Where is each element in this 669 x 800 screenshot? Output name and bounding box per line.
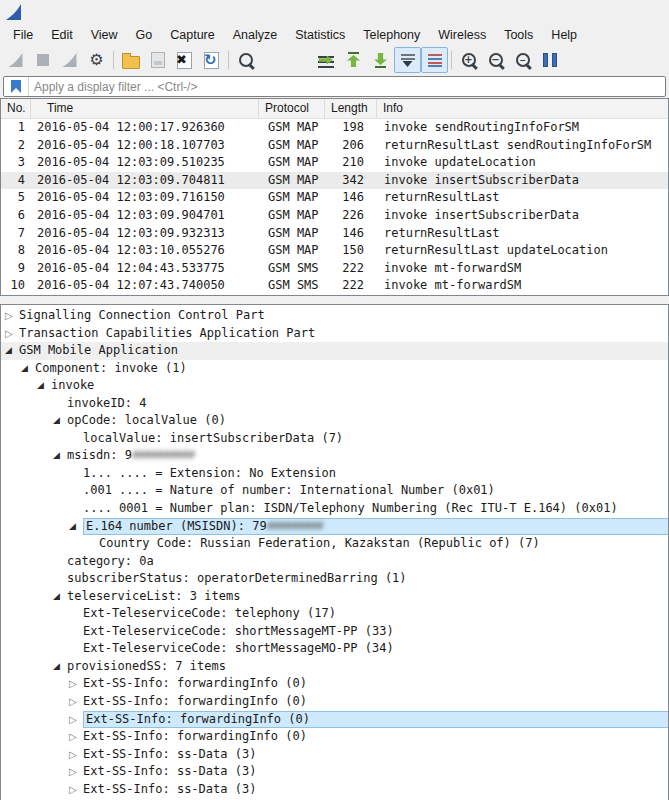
packet-row-8[interactable]: 82016-05-04 12:03:10.055276GSM MAP150ret… <box>1 242 668 260</box>
pane-splitter[interactable] <box>0 296 669 304</box>
packet-row-3[interactable]: 32016-05-04 12:03:09.510235GSM MAP210inv… <box>1 154 668 172</box>
menu-edit[interactable]: Edit <box>42 26 82 44</box>
resize-columns-button[interactable] <box>536 47 563 73</box>
packet-time: 2016-05-04 12:03:09.716150 <box>31 189 259 207</box>
menu-file[interactable]: File <box>4 26 42 44</box>
tree-row[interactable]: ▷Ext-SS-Info: ss-Data (3) <box>1 746 668 764</box>
go-back-button[interactable] <box>259 47 286 73</box>
tree-row[interactable]: Ext-TeleserviceCode: shortMessageMT-PP (… <box>1 623 668 641</box>
expander-closed-icon[interactable]: ▷ <box>69 693 83 711</box>
colorize-button[interactable] <box>421 47 448 73</box>
expander-closed-icon[interactable]: ▷ <box>5 325 19 343</box>
menu-view[interactable]: View <box>82 26 127 44</box>
menu-help[interactable]: Help <box>542 26 586 44</box>
tree-row[interactable]: ◢Component: invoke (1) <box>1 360 668 378</box>
expander-open-icon[interactable]: ◢ <box>53 658 67 676</box>
menu-wireless[interactable]: Wireless <box>429 26 495 44</box>
tree-row[interactable]: .... 0001 = Number plan: ISDN/Telephony … <box>1 500 668 518</box>
menu-telephony[interactable]: Telephony <box>354 26 429 44</box>
tree-row-label: Ext-SS-Info: forwardingInfo (0) <box>83 675 668 693</box>
tree-row[interactable]: ◢invoke <box>1 377 668 395</box>
tree-row-label: Transaction Capabilities Application Par… <box>19 325 668 343</box>
tree-row-label: Country Code: Russian Federation, Kazaks… <box>99 535 668 553</box>
expander-open-icon[interactable]: ◢ <box>53 447 67 465</box>
go-to-packet-button[interactable] <box>313 47 340 73</box>
expander-closed-icon[interactable]: ▷ <box>69 763 83 781</box>
column-header-time[interactable]: Time <box>31 99 259 118</box>
tree-row[interactable]: ▷Ext-SS-Info: ss-Data (3) <box>1 763 668 781</box>
expander-closed-icon[interactable]: ▷ <box>69 675 83 693</box>
tree-row[interactable]: ◢opCode: localValue (0) <box>1 412 668 430</box>
tree-row[interactable]: ▷Ext-SS-Info: forwardingInfo (0) <box>1 693 668 711</box>
menu-tools[interactable]: Tools <box>495 26 542 44</box>
tree-row[interactable]: .001 .... = Nature of number: Internatio… <box>1 482 668 500</box>
packet-row-9[interactable]: 92016-05-04 12:04:43.533775GSM SMS222inv… <box>1 260 668 278</box>
expander-open-icon[interactable]: ◢ <box>37 377 51 395</box>
tree-row[interactable]: ◢msisdn: 9########## <box>1 447 668 465</box>
expander-open-icon[interactable]: ◢ <box>53 412 67 430</box>
column-header-protocol[interactable]: Protocol <box>259 99 325 118</box>
arrow-last-icon <box>374 52 387 68</box>
expander-open-icon[interactable]: ◢ <box>53 588 67 606</box>
open-file-button[interactable] <box>117 47 144 73</box>
tree-row[interactable]: ▷Ext-SS-Info: forwardingInfo (0) <box>1 711 668 729</box>
expander-open-icon[interactable]: ◢ <box>21 360 35 378</box>
zoom-out-button[interactable] <box>482 47 509 73</box>
tree-row[interactable]: ◢GSM Mobile Application <box>1 342 668 360</box>
display-filter-input[interactable]: Apply a display filter ... <Ctrl-/> <box>3 76 666 97</box>
expander-closed-icon[interactable]: ▷ <box>69 711 83 729</box>
go-last-button[interactable] <box>367 47 394 73</box>
tree-row[interactable]: Country Code: Russian Federation, Kazaks… <box>1 535 668 553</box>
filter-bookmark-button[interactable] <box>4 77 29 96</box>
tree-row[interactable]: subscriberStatus: operatorDeterminedBarr… <box>1 570 668 588</box>
packet-row-10[interactable]: 102016-05-04 12:07:43.740050GSM SMS222in… <box>1 277 668 295</box>
packet-row-2[interactable]: 22016-05-04 12:00:18.107703GSM MAP206ret… <box>1 137 668 155</box>
tree-row[interactable]: ▷Transaction Capabilities Application Pa… <box>1 325 668 343</box>
go-forward-button[interactable] <box>286 47 313 73</box>
tree-row[interactable]: ◢provisionedSS: 7 items <box>1 658 668 676</box>
tree-row[interactable]: ▷Ext-SS-Info: forwardingInfo (0) <box>1 675 668 693</box>
tree-row[interactable]: ▷Signalling Connection Control Part <box>1 307 668 325</box>
packet-row-6[interactable]: 62016-05-04 12:03:09.904701GSM MAP226inv… <box>1 207 668 225</box>
packet-time: 2016-05-04 12:03:10.055276 <box>31 242 259 260</box>
menu-go[interactable]: Go <box>127 26 162 44</box>
menu-analyze[interactable]: Analyze <box>224 26 286 44</box>
expander-closed-icon[interactable]: ▷ <box>69 728 83 746</box>
find-packet-button[interactable] <box>232 47 259 73</box>
zoom-orig-button[interactable] <box>509 47 536 73</box>
packet-row-7[interactable]: 72016-05-04 12:03:09.932313GSM MAP146ret… <box>1 225 668 243</box>
expander-open-icon[interactable]: ◢ <box>5 342 19 360</box>
packet-row-1[interactable]: 12016-05-04 12:00:17.926360GSM MAP198inv… <box>1 119 668 137</box>
expander-closed-icon[interactable]: ▷ <box>5 307 19 325</box>
column-header-info[interactable]: Info <box>377 99 668 118</box>
capture-options-button[interactable] <box>83 47 110 73</box>
menu-capture[interactable]: Capture <box>161 26 223 44</box>
reload-file-button[interactable] <box>198 47 225 73</box>
tree-row[interactable]: category: 0a <box>1 553 668 571</box>
tree-row[interactable]: localValue: insertSubscriberData (7) <box>1 430 668 448</box>
column-header-no[interactable]: No. <box>1 99 31 118</box>
packet-row-4[interactable]: 42016-05-04 12:03:09.704811GSM MAP342inv… <box>1 172 668 190</box>
expander-closed-icon[interactable]: ▷ <box>69 781 83 799</box>
packet-row-5[interactable]: 52016-05-04 12:03:09.716150GSM MAP146ret… <box>1 189 668 207</box>
tree-row[interactable]: ◢teleserviceList: 3 items <box>1 588 668 606</box>
stop-icon <box>37 54 49 66</box>
tree-row[interactable]: 1... .... = Extension: No Extension <box>1 465 668 483</box>
expander-spacer <box>69 482 83 500</box>
tree-row[interactable]: Ext-TeleserviceCode: shortMessageMO-PP (… <box>1 640 668 658</box>
resize-columns-icon <box>543 53 557 67</box>
tree-row[interactable]: Ext-TeleserviceCode: telephony (17) <box>1 605 668 623</box>
column-header-length[interactable]: Length <box>325 99 377 118</box>
tree-row-label: provisionedSS: 7 items <box>67 658 668 676</box>
expander-closed-icon[interactable]: ▷ <box>69 746 83 764</box>
tree-row[interactable]: ▷Ext-SS-Info: ss-Data (3) <box>1 781 668 799</box>
expander-open-icon[interactable]: ◢ <box>69 518 83 536</box>
menu-statistics[interactable]: Statistics <box>286 26 354 44</box>
go-first-button[interactable] <box>340 47 367 73</box>
zoom-in-button[interactable] <box>455 47 482 73</box>
tree-row[interactable]: invokeID: 4 <box>1 395 668 413</box>
tree-row[interactable]: ◢E.164 number (MSISDN): 79######### <box>1 518 668 536</box>
auto-scroll-button[interactable] <box>394 47 421 73</box>
tree-row[interactable]: ▷Ext-SS-Info: forwardingInfo (0) <box>1 728 668 746</box>
close-file-button[interactable] <box>171 47 198 73</box>
